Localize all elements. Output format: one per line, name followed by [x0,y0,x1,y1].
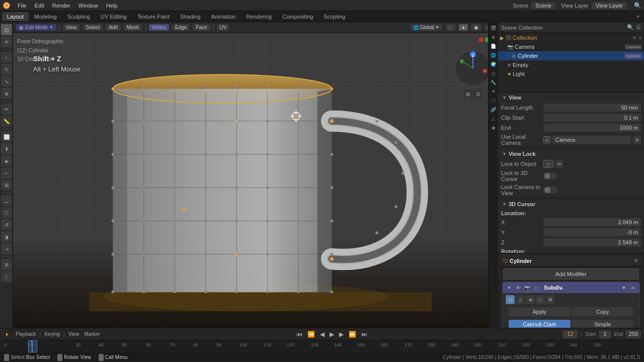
prop-icon-particles[interactable]: ✦ [490,87,498,96]
subdiv-more-icon[interactable]: ▼ [620,284,627,291]
subdiv-type-icon-3[interactable]: ◈ [526,295,535,304]
tab-texture-paint[interactable]: Texture Paint [132,12,175,21]
menu-file[interactable]: File [14,2,30,10]
view-section-header[interactable]: ▼ View [498,93,644,103]
tool-select[interactable]: ◻ [1,24,12,35]
tab-scripting[interactable]: Scripting [318,12,350,21]
subdiv-type-icon-5[interactable]: ⊞ [546,295,555,304]
keying-menu[interactable]: Keying [43,331,61,337]
timeline-ruler[interactable]: 0 10 30 40 50 60 70 80 90 100 110 120 13… [0,340,644,352]
tool-rotate[interactable]: ↻ [1,64,12,75]
mode-dropdown[interactable]: ▦ Edit Mode ▼ [16,24,56,31]
transform-dropdown[interactable]: 🌐 Global ▼ [410,24,442,31]
prop-icon-output[interactable]: 🖥 [490,33,498,41]
tool-shear[interactable]: ⌇ [1,271,12,282]
outliner-item-collection[interactable]: ▶ ⬛ Collection 👁 ✛ [498,33,644,42]
cursor-z-value[interactable]: 2.548 m [543,238,641,246]
subdiv-close-icon[interactable]: ✕ [629,284,636,291]
menu-help[interactable]: Help [103,2,121,10]
view-layer-input[interactable]: View Layer [592,2,627,9]
lock-camera-toggle[interactable] [543,187,557,194]
next-keyframe-btn[interactable]: ▶ [338,330,345,338]
local-camera-x[interactable]: ✕ [633,136,641,144]
tool-spin[interactable]: ↺ [1,219,12,230]
prop-icon-object[interactable]: ◻ [490,69,498,77]
prop-icon-material[interactable]: ◉ [490,124,498,132]
simple-button[interactable]: Simple [572,320,634,328]
cursor-3d-header[interactable]: ▼ 3D Cursor [498,199,644,209]
search-icon[interactable]: 🔍 [633,1,642,10]
tool-poly-build[interactable]: ⬡ [1,207,12,218]
prop-icon-scene[interactable]: 🌐 [490,51,498,59]
outliner-filter-icon[interactable]: ☰ [636,24,641,31]
prev-keyframe-btn[interactable]: ◀ [318,330,326,338]
tab-animation[interactable]: Animation [206,12,241,21]
collection-eye[interactable]: 👁 [632,35,637,41]
tool-scale[interactable]: ⤡ [1,76,12,87]
tab-rendering[interactable]: Rendering [241,12,277,21]
lock-to-object-btn[interactable]: ◻ [543,160,553,168]
menu-render[interactable]: Render [49,2,74,10]
solid-btn[interactable]: ● [459,24,468,31]
focal-length-value[interactable]: 50 mm [543,104,641,112]
wireframe-btn[interactable]: ◌ [445,24,456,31]
next-frame-btn[interactable]: ⏩ [347,330,358,338]
subdiv-type-icon-4[interactable]: ⬡ [536,295,545,304]
view-lock-header[interactable]: ▼ View Lock [498,149,644,159]
subdiv-expand-icon[interactable]: ▼ [506,284,513,291]
lock-to-cursor-toggle[interactable] [543,172,557,179]
tool-shrink-fatten[interactable]: ⊛ [1,259,12,270]
face-btn[interactable]: Face [193,24,210,31]
vertex-btn[interactable]: Vertex [149,24,169,31]
outliner-search-icon[interactable]: 🔍 [627,24,634,31]
subdiv-type-icon-2[interactable]: △ [516,295,525,304]
collection-cursor[interactable]: ✛ [638,35,642,41]
grid-toggle[interactable]: ⊞ [463,89,472,99]
prop-icon-constraints[interactable]: 🔗 [490,106,498,114]
prop-icon-render[interactable]: 🎬 [490,24,498,32]
tool-extrude[interactable]: ⬆ [1,143,12,154]
subdiv-vis-icon[interactable]: 👁 [515,284,522,291]
prop-icon-world[interactable]: 🌍 [490,60,498,68]
tool-inset[interactable]: ◈ [1,155,12,166]
apply-button[interactable]: Apply [509,307,571,316]
outliner-item-camera[interactable]: 📷 Camera Camera [498,42,644,51]
cursor-x-value[interactable]: 2.049 m [543,218,641,226]
edge-btn[interactable]: Edge [172,24,190,31]
jump-end-btn[interactable]: ⏭ [360,330,369,338]
tool-transform[interactable]: ⊕ [1,88,12,99]
current-frame-display[interactable]: 12 [562,330,578,338]
local-camera-camera[interactable]: Camera [552,136,631,144]
subdiv-edit-icon[interactable]: ◻ [533,284,540,291]
tab-compositing[interactable]: Compositing [277,12,318,21]
cursor-y-value[interactable]: -0 m [543,228,641,236]
prop-icon-physics[interactable]: ⬡ [490,97,498,105]
modifier-close-btn[interactable]: ✕ [632,257,639,264]
navigation-gizmo[interactable]: Z X Y ⊞ ☰ [453,48,493,88]
tool-cursor[interactable]: ✛ [1,36,12,47]
mesh-menu[interactable]: Mesh [124,24,142,31]
tool-move[interactable]: ↕ [1,52,12,63]
clip-end-value[interactable]: 1000 m [543,124,641,132]
select-menu[interactable]: Select [83,24,103,31]
outliner-item-cylinder[interactable]: ○ ▦ Cylinder Cylinder [498,51,644,60]
start-frame[interactable]: 1 [599,330,611,338]
viewport-canvas[interactable]: Shift + Z Alt + Left Mouse Front Orthogr… [13,33,498,328]
add-workspace-button[interactable]: + [632,11,644,22]
tool-edge-slide[interactable]: ⇢ [1,243,12,254]
tab-sculpting[interactable]: Sculpting [62,12,95,21]
tool-annotate[interactable]: ✏ [1,104,12,115]
add-modifier-btn[interactable]: Add Modifier [503,268,639,280]
clip-start-value[interactable]: 0.1 m [543,114,641,122]
jump-start-btn[interactable]: ⏮ [295,330,304,338]
tab-shading[interactable]: Shading [175,12,205,21]
tool-loop-cut[interactable]: ⊞ [1,179,12,191]
tab-modeling[interactable]: Modeling [29,12,62,21]
tab-layout[interactable]: Layout [2,12,29,21]
add-menu[interactable]: Add [106,24,121,31]
view-tl-menu[interactable]: View [67,331,81,337]
end-frame[interactable]: 250 [626,330,641,338]
outliner-item-light[interactable]: ✦ Light [498,69,644,78]
tool-add[interactable]: ⬜ [1,131,12,142]
catmull-clark-button[interactable]: Catmull-Clark [509,320,571,328]
